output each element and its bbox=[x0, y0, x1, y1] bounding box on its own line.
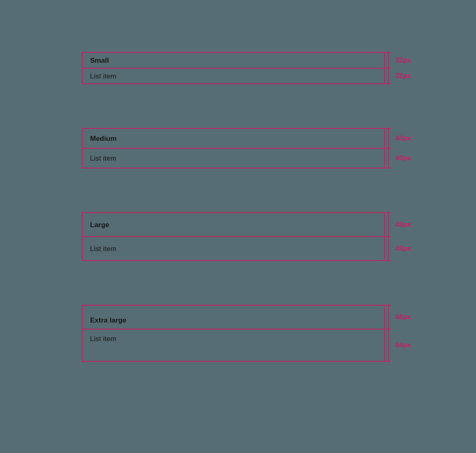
dimension-annotations-medium: 40px 40px bbox=[386, 128, 411, 168]
dimension-bracket-icon bbox=[386, 212, 392, 237]
item-label: List item bbox=[90, 155, 116, 162]
dimension-header: 40px bbox=[386, 128, 411, 149]
size-group-extra-large: Extra large List item 48px 64px bbox=[82, 305, 421, 362]
dimension-value: 40px bbox=[395, 134, 411, 142]
header-row-medium: Medium bbox=[82, 128, 385, 149]
dimension-item: 32px bbox=[386, 68, 411, 84]
item-label: List item bbox=[90, 335, 116, 342]
dimension-item: 64px bbox=[386, 329, 411, 362]
dimension-annotations-large: 48px 48px bbox=[386, 212, 411, 261]
dimension-value: 32px bbox=[395, 72, 411, 80]
spec-canvas: Small List item 32px 32px Medium bbox=[82, 53, 421, 406]
dimension-value: 32px bbox=[395, 56, 411, 64]
dimension-item: 48px bbox=[386, 236, 411, 261]
dimension-value: 48px bbox=[395, 221, 411, 229]
size-group-medium: Medium List item 40px 40px bbox=[82, 128, 421, 168]
header-label: Small bbox=[90, 57, 109, 64]
dimension-header: 48px bbox=[386, 305, 411, 330]
dimension-bracket-icon bbox=[386, 128, 392, 149]
dimension-annotations-extra-large: 48px 64px bbox=[386, 305, 411, 362]
dimension-bracket-icon bbox=[386, 148, 392, 168]
dimension-value: 64px bbox=[395, 341, 411, 349]
header-row-small: Small bbox=[82, 52, 385, 69]
size-group-large: Large List item 48px 48px bbox=[82, 212, 421, 261]
dimension-header: 32px bbox=[386, 52, 411, 69]
item-row-extra-large: List item bbox=[82, 329, 385, 362]
dimension-bracket-icon bbox=[386, 52, 392, 69]
header-row-extra-large: Extra large bbox=[82, 305, 385, 330]
dimension-bracket-icon bbox=[386, 305, 392, 330]
header-label: Large bbox=[90, 221, 109, 228]
dimension-value: 48px bbox=[395, 313, 411, 321]
item-label: List item bbox=[90, 245, 116, 252]
header-label: Extra large bbox=[90, 317, 126, 324]
item-row-large: List item bbox=[82, 236, 385, 261]
item-row-medium: List item bbox=[82, 148, 385, 168]
size-group-small: Small List item 32px 32px bbox=[82, 52, 421, 84]
dimension-bracket-icon bbox=[386, 329, 392, 362]
item-row-small: List item bbox=[82, 68, 385, 84]
item-label: List item bbox=[90, 73, 116, 80]
dimension-bracket-icon bbox=[386, 236, 392, 261]
dimension-annotations-small: 32px 32px bbox=[386, 52, 411, 84]
dimension-header: 48px bbox=[386, 212, 411, 237]
dimension-item: 40px bbox=[386, 148, 411, 168]
dimension-value: 48px bbox=[395, 244, 411, 253]
header-label: Medium bbox=[90, 135, 117, 142]
dimension-bracket-icon bbox=[386, 68, 392, 84]
header-row-large: Large bbox=[82, 212, 385, 237]
dimension-value: 40px bbox=[395, 154, 411, 162]
